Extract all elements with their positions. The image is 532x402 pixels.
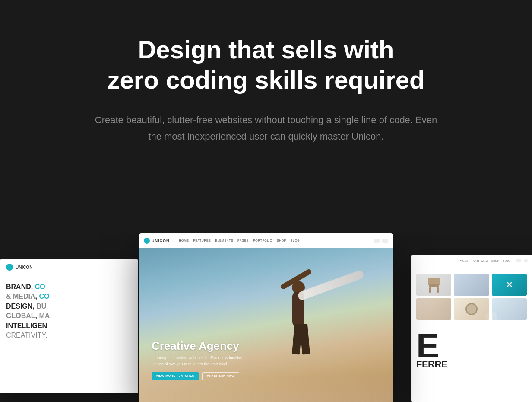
nav-item-shop: SHOP bbox=[277, 239, 286, 242]
hero-subtitle: Create beautiful, clutter-free websites … bbox=[89, 112, 443, 144]
next-arrow-icon: › bbox=[491, 314, 493, 321]
cart-icon bbox=[374, 239, 380, 243]
center-nav-logo: UNICON bbox=[144, 238, 170, 244]
right-nav-blog: BLOG bbox=[503, 259, 510, 262]
nav-item-home: HOME bbox=[179, 239, 189, 242]
hero-title-line1: Design that sells with bbox=[138, 35, 394, 64]
slide-left-content: BRAND, CO & MEDIA, CO DESIGN, BU GLOBAL,… bbox=[0, 275, 138, 347]
center-logo-name: UNICON bbox=[152, 239, 170, 243]
center-nav-items: HOME FEATURES ELEMENTS PAGES PORTFOLIO S… bbox=[179, 239, 300, 242]
center-hero-image: Creative Agency Creating outstanding web… bbox=[139, 233, 393, 402]
product-1 bbox=[416, 274, 451, 296]
hero-title-line2: zero coding skills required bbox=[108, 66, 425, 94]
right-search-icon bbox=[524, 259, 528, 262]
carousel-prev-button[interactable]: ‹ bbox=[35, 312, 47, 324]
chair-icon bbox=[428, 278, 440, 293]
right-nav-shop: SHOP bbox=[491, 259, 499, 262]
right-body: ✕ E FERRE bbox=[411, 266, 532, 375]
hero-title: Design that sells with zero coding skill… bbox=[108, 35, 425, 95]
nav-item-elements: ELEMENTS bbox=[215, 239, 233, 242]
brand-line-4: GLOBAL, MA bbox=[6, 311, 132, 321]
brand-line-5: INTELLIGEN bbox=[6, 321, 132, 331]
product-5 bbox=[454, 298, 489, 320]
purchase-now-button[interactable]: PURCHASE NOW bbox=[202, 372, 239, 380]
product-2 bbox=[454, 274, 489, 296]
watch-icon bbox=[466, 303, 478, 315]
brand-line-1: BRAND, CO bbox=[6, 282, 132, 292]
product-3: ✕ bbox=[492, 274, 527, 296]
slide-center: UNICON HOME FEATURES ELEMENTS PAGES PORT… bbox=[139, 233, 393, 402]
overlay-subtitle: Creating outstanding websites is effortl… bbox=[152, 355, 247, 367]
center-nav: UNICON HOME FEATURES ELEMENTS PAGES PORT… bbox=[139, 233, 393, 248]
prev-arrow-icon: ‹ bbox=[40, 314, 42, 321]
slide-right: PAGES PORTFOLIO SHOP BLOG bbox=[411, 255, 532, 402]
right-text-area: E bbox=[416, 329, 527, 363]
slide-left-logo-name: UNICON bbox=[16, 265, 32, 270]
surfer-leg-right bbox=[300, 324, 310, 354]
brand-line-6: CREATIVITY, bbox=[6, 331, 132, 340]
right-nav-pages: PAGES bbox=[459, 259, 469, 262]
brand-line-3: DESIGN, BU bbox=[6, 302, 132, 311]
slide-left-header: UNICON bbox=[0, 259, 138, 275]
nav-item-features: FEATURES bbox=[193, 239, 211, 242]
right-big-letter: E bbox=[416, 329, 438, 363]
nav-item-pages: PAGES bbox=[238, 239, 249, 242]
center-logo-circle bbox=[144, 238, 150, 244]
right-cart-icon bbox=[516, 259, 521, 262]
slide-left: UNICON BRAND, CO & MEDIA, CO DESIGN, BU … bbox=[0, 259, 138, 393]
center-text-overlay: Creative Agency Creating outstanding web… bbox=[152, 339, 247, 380]
center-nav-icons bbox=[374, 239, 388, 243]
right-nav: PAGES PORTFOLIO SHOP BLOG bbox=[411, 255, 532, 266]
right-label: FERRE bbox=[416, 359, 527, 370]
carousel-area: ncy& mobile is to design and dhemes arou… bbox=[0, 233, 532, 402]
nav-item-blog: BLOG bbox=[291, 239, 300, 242]
right-nav-portfolio: PORTFOLIO bbox=[472, 259, 488, 262]
hero-section: Design that sells with zero coding skill… bbox=[0, 0, 532, 188]
overlay-title: Creative Agency bbox=[152, 339, 247, 353]
brand-line-2: & MEDIA, CO bbox=[6, 292, 132, 301]
product-grid: ✕ bbox=[416, 274, 527, 320]
nav-item-portfolio: PORTFOLIO bbox=[253, 239, 272, 242]
slide-left-logo-circle bbox=[6, 264, 13, 271]
product-4 bbox=[416, 298, 451, 320]
overlay-buttons: VIEW MORE FEATURES PURCHASE NOW bbox=[152, 372, 247, 380]
carousel-next-button[interactable]: › bbox=[485, 312, 497, 324]
search-icon bbox=[382, 239, 388, 243]
view-features-button[interactable]: VIEW MORE FEATURES bbox=[152, 372, 199, 380]
